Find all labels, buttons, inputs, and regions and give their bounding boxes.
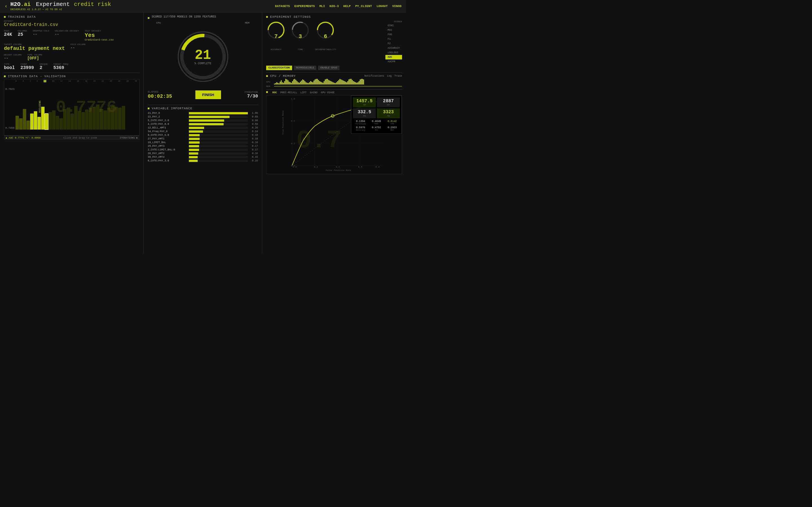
tab-prec-recall[interactable]: PREC-RECALL <box>280 91 297 94</box>
scorer-item-f1[interactable]: F1 <box>386 37 402 41</box>
scorer-item-accuracy[interactable]: ACCURACY <box>386 46 402 50</box>
time-gauge: 3 TIME <box>290 20 310 51</box>
scorer-item-auc[interactable]: AUC <box>386 55 402 59</box>
training-data-section: TRAINING DATA DATASET CreditCard-train.c… <box>4 15 140 70</box>
dataset-label: DATASET <box>4 20 140 22</box>
threshold-value: 0.1394 <box>354 120 368 123</box>
scorer-items-container: GINIMCCF05F1F2ACCURACYLOGLOSSAUCAUCPR <box>386 23 402 64</box>
nav-logout[interactable]: LOGOUT <box>376 4 388 8</box>
fn-cell: 332.5 FN <box>353 108 376 118</box>
interp-label: INTERPRETABILITY <box>315 48 336 51</box>
f1-value: 0.4752 <box>369 126 384 129</box>
var-imp-item: 28_PAY_AMT2 0.16 <box>148 152 258 155</box>
nav-h2o3[interactable]: H2O-3 <box>329 4 339 8</box>
fold-item: FOLD COLUMN -- <box>70 43 86 52</box>
cpu-indicator <box>266 75 268 77</box>
fp-cell: 2887 FP <box>377 98 400 107</box>
tn-label: TN <box>378 115 399 117</box>
notifications-link[interactable]: Notifications <box>364 75 384 77</box>
tp-label: TP <box>354 104 375 106</box>
tn-cell: 3323 TN <box>377 108 400 118</box>
fpr-cell: 0.4649 FPR <box>369 119 384 126</box>
var-imp-item: 34_Freq:PAY_0 0.24 <box>148 130 258 133</box>
accuracy-gauge: 7 ACCURACY <box>266 20 286 51</box>
gauges-row: 7 ACCURACY 3 TIME <box>266 20 336 51</box>
iter-chart[interactable]: 0.7923 0.7450 0.7776 0 2 4 6 8 10 12 14 <box>4 79 140 135</box>
var-imp-title: VARIABLE IMPORTANCE <box>152 107 192 110</box>
classification-badge[interactable]: CLASSIFICATION <box>266 66 292 70</box>
accuracy-value: 0.5976 <box>354 126 368 129</box>
meta-row-2: TARGET COLUMN default payment next FOLD … <box>4 43 140 52</box>
cpu-mem-labels: CPU MEM <box>148 22 258 24</box>
fpr-label: FPR <box>369 123 384 125</box>
nav-user[interactable]: VINOD <box>392 4 402 8</box>
badge-row: CLASSIFICATION REPRODUCIBLE ENABLE GPUS <box>266 66 402 70</box>
svg-text:0.4: 0.4 <box>336 166 340 168</box>
interp-number: 6 <box>324 33 327 40</box>
iter-footer-label[interactable]: ITERATIONS ▶ <box>119 136 138 139</box>
iteration-section: ITERATION DATA - VALIDATION 0.7923 0.745… <box>4 73 140 140</box>
nav-datasets[interactable]: DATASETS <box>275 4 290 8</box>
time-number: 3 <box>299 33 302 40</box>
iter-title: ITERATION DATA - VALIDATION <box>8 75 66 78</box>
fp-value: 2887 <box>378 99 399 104</box>
dataset-name[interactable]: CreditCard-train.csv <box>4 22 140 27</box>
finish-button[interactable]: FINISH <box>195 91 221 99</box>
type-item: TYPE bool <box>4 63 15 70</box>
nav-experiments[interactable]: EXPERIMENTS <box>294 4 315 8</box>
scorer-item-aucpr[interactable]: AUCPR <box>386 59 402 64</box>
accuracy-number: 7 <box>274 33 278 40</box>
svg-text:0.8: 0.8 <box>375 166 380 168</box>
cpu-top-label: CPU <box>156 22 161 24</box>
svg-text:0.0: 0.0 <box>291 165 295 167</box>
svg-text:False Positive Rate: False Positive Rate <box>326 169 351 172</box>
nav-pyclient[interactable]: PY_CLIENT <box>355 4 372 8</box>
training-title: TRAINING DATA <box>8 15 36 18</box>
tp-value: 1457.5 <box>354 99 375 104</box>
time-label: TIME <box>290 48 310 51</box>
weight-item: WEIGHT COLUMN -- <box>4 54 21 61</box>
logo: H2O.ai Experiment credit risk DRIVERLESS… <box>10 1 111 11</box>
roc-tabs: ROC PREC-RECALL LIFT GAINS GPU USAGE <box>266 91 402 94</box>
count-item: COUNT 23999 <box>20 63 34 70</box>
reproducible-badge[interactable]: REPRODUCIBLE <box>294 66 317 70</box>
dropped-item: DROPPED COLS -- <box>33 30 49 41</box>
enable-gpus-badge[interactable]: ENABLE GPUS <box>318 66 339 70</box>
tab-gpu[interactable]: GPU USAGE <box>321 91 335 94</box>
mcc-label: MCC <box>385 129 399 131</box>
scorer-item-f2[interactable]: F2 <box>386 41 402 46</box>
accuracy-cell: 0.5976 Accuracy <box>353 126 368 132</box>
scorer-item-mcc[interactable]: MCC <box>386 28 402 33</box>
chart-bars <box>15 84 137 129</box>
log-link[interactable]: Log <box>387 75 392 77</box>
left-panel: TRAINING DATA DATASET CreditCard-train.c… <box>0 12 144 253</box>
gauge-center: 21 % COMPLETE <box>194 48 211 65</box>
var-imp-item: 21_PAY_0 1.00 <box>148 112 258 115</box>
interp-gauge: 6 INTERPRETABILITY <box>315 20 336 51</box>
logo-section: ‹ H2O.ai Experiment credit risk DRIVERLE… <box>4 1 111 11</box>
scorer-item-f05[interactable]: F05 <box>386 33 402 37</box>
notif-row: Notifications Log Trace <box>364 75 402 77</box>
tab-lift[interactable]: LIFT <box>301 91 307 94</box>
svg-text:0.6: 0.6 <box>291 120 295 122</box>
var-imp-item: 30_PAY_AMT4 0.15 <box>148 156 258 159</box>
exp-indicator <box>266 16 268 18</box>
mem-bar <box>274 86 402 87</box>
fp-label: FP <box>378 104 399 106</box>
var-imp-item: 8_CVTE:PAY_5.0 0.18 <box>148 134 258 136</box>
mem-top-label: MEM <box>245 22 250 24</box>
nav-help[interactable]: HELP <box>343 4 351 8</box>
right-panel: EXPERIMENT SETTINGS 7 ACCURACY <box>262 12 406 253</box>
scorer-item-gini[interactable]: GINI <box>386 23 402 28</box>
gauge-label: % COMPLETE <box>194 62 211 65</box>
tab-roc[interactable]: ROC <box>272 91 277 94</box>
confusion-bottom-row: 332.5 FN 3323 TN <box>353 108 400 118</box>
roc-chart-area[interactable]: 0.0 0.2 0.4 0.6 0.8 0.0 0.2 0.6 1.0 Fals… <box>266 95 402 174</box>
nav-mli[interactable]: MLI <box>319 4 325 8</box>
back-arrow-icon[interactable]: ‹ <box>4 3 8 9</box>
scorer-item-logloss[interactable]: LOGLOSS <box>386 50 402 55</box>
trace-link[interactable]: Trace <box>395 75 402 77</box>
test-item: TEST DATASET Yes CreditCard-test.csv <box>85 30 114 41</box>
chart-y-bottom: 0.7450 <box>5 127 14 129</box>
tab-gains[interactable]: GAINS <box>310 91 317 94</box>
